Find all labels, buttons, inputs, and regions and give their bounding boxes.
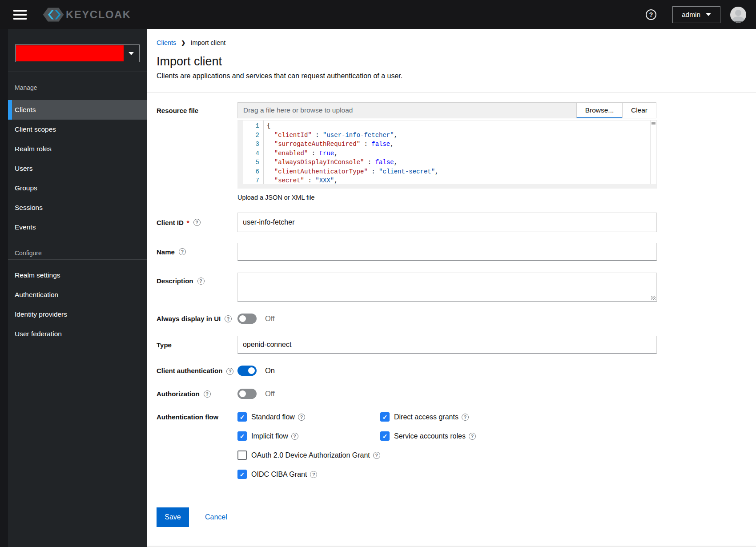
description-input[interactable] [237,273,657,302]
client-authentication-state: On [265,366,275,375]
browse-button[interactable]: Browse... [576,102,623,118]
user-menu-dropdown[interactable]: admin [672,6,720,23]
main-content: Clients❯Import client Import client Clie… [147,29,756,547]
code-line-number: 1 [243,121,259,131]
checkbox-label: OAuth 2.0 Device Authorization Grant [251,451,370,459]
required-indicator: * [187,219,189,226]
scrollbar-thumb[interactable] [651,122,655,125]
sidebar-item-authentication[interactable]: Authentication [8,285,147,305]
client-authentication-label: Client authentication ? [157,364,237,375]
checkbox-item-oidc-ciba-grant: ✓OIDC CIBA Grant? [237,470,380,479]
realm-selector[interactable] [15,44,140,62]
form-actions: Save Cancel [157,507,657,527]
checkbox-standard-flow[interactable]: ✓ [237,412,247,422]
sidebar-item-identity-providers[interactable]: Identity providers [8,305,147,324]
checkbox-item-standard-flow: ✓Standard flow? [237,412,380,422]
type-label: Type [157,341,237,349]
checkbox-direct-access-grants[interactable]: ✓ [380,412,390,422]
help-icon[interactable]: ? [646,9,656,20]
breadcrumb: Clients❯Import client [157,39,756,46]
checkbox-item-oauth-2-0-device-authorization-grant: OAuth 2.0 Device Authorization Grant? [237,450,380,460]
sidebar-item-user-federation[interactable]: User federation [8,324,147,344]
checkbox-label: Service accounts roles [394,432,466,440]
help-icon[interactable]: ? [226,368,233,375]
code-line-number: 6 [243,167,259,177]
checkbox-service-accounts-roles[interactable]: ✓ [380,431,390,441]
help-icon[interactable]: ? [225,315,232,322]
cancel-button[interactable]: Cancel [205,513,227,521]
sidebar-item-events[interactable]: Events [8,217,147,237]
checkbox-oidc-ciba-grant[interactable]: ✓ [237,470,247,479]
divider [147,93,756,93]
checkbox-oauth-2-0-device-authorization-grant[interactable] [237,450,247,460]
masthead: KEYCLOAK ? admin [0,0,756,29]
checkbox-label: Implicit flow [251,432,288,440]
name-input[interactable] [237,243,657,261]
help-icon[interactable]: ? [310,471,317,478]
checkbox-label: OIDC CIBA Grant [251,471,307,479]
authorization-toggle[interactable] [237,389,257,399]
code-line: "clientAuthenticatorType" : "client-secr… [267,167,650,177]
checkbox-item-service-accounts-roles: ✓Service accounts roles? [380,431,657,441]
client-id-input[interactable] [237,213,657,232]
code-editor[interactable]: 1234567 { "clientId" : "user-info-fetche… [237,120,657,189]
help-icon[interactable]: ? [197,278,205,285]
code-line-number: 2 [243,131,259,140]
always-display-row: Always display in UI? Off [157,314,657,324]
checkbox-item-implicit-flow: ✓Implicit flow? [237,431,380,441]
side-nav: ManageClientsClient scopesRealm rolesUse… [8,72,147,344]
help-icon[interactable]: ? [462,414,469,421]
help-icon[interactable]: ? [179,248,186,255]
editor-scrollbar[interactable] [650,121,656,184]
realm-selector-area [8,29,147,62]
chevron-down-icon [706,13,711,16]
sidebar-item-sessions[interactable]: Sessions [8,198,147,217]
nav-section-title-manage: Manage [8,72,147,94]
help-icon[interactable]: ? [469,433,476,440]
type-row: Type [157,336,657,354]
breadcrumb-item-import-client: Import client [190,39,225,46]
breadcrumb-separator-icon: ❯ [181,40,185,46]
sidebar-item-groups[interactable]: Groups [8,178,147,198]
checkbox-implicit-flow[interactable]: ✓ [237,431,247,441]
sidebar-item-clients[interactable]: Clients [8,100,147,120]
keycloak-admin-console: KEYCLOAK ? admin ManageClientsClient sco… [0,0,756,547]
clear-button[interactable]: Clear [622,102,656,118]
breadcrumb-item-clients[interactable]: Clients [157,39,176,46]
checkbox-label: Direct access grants [394,413,458,421]
nav-toggle-icon[interactable] [13,10,27,20]
authentication-flow-options: ✓Standard flow?✓Direct access grants?✓Im… [237,412,657,479]
code-content: { "clientId" : "user-info-fetcher", "sur… [263,121,650,184]
page-subtitle: Clients are applications and services th… [157,72,756,80]
help-icon[interactable]: ? [204,390,211,398]
code-line-number: 5 [243,158,259,167]
upload-helper-text: Upload a JSON or XML file [237,194,657,201]
code-line: "enabled" : true, [267,149,650,158]
sidebar-item-users[interactable]: Users [8,159,147,178]
avatar [730,7,746,23]
help-icon[interactable]: ? [298,414,305,421]
sidebar-item-realm-settings[interactable]: Realm settings [8,265,147,285]
code-line-number: 3 [243,140,259,149]
help-icon[interactable]: ? [373,452,380,459]
always-display-toggle[interactable] [237,314,257,324]
help-icon[interactable]: ? [291,433,298,440]
file-upload-input[interactable] [237,102,577,118]
client-authentication-toggle[interactable] [237,366,257,376]
brand-text: KEYCLOAK [66,8,131,21]
always-display-state: Off [265,314,275,323]
authorization-label: Authorization? [157,390,237,398]
keycloak-logo[interactable]: KEYCLOAK [42,6,131,23]
description-row: Description? [157,273,657,302]
sidebar-item-realm-roles[interactable]: Realm roles [8,139,147,159]
help-icon[interactable]: ? [193,219,201,226]
name-row: Name? [157,243,657,261]
save-button[interactable]: Save [157,507,189,527]
authorization-row: Authorization? Off [157,389,657,399]
type-input[interactable] [237,336,657,354]
authorization-state: Off [265,390,275,398]
sidebar-item-client-scopes[interactable]: Client scopes [8,120,147,139]
description-label: Description? [157,273,237,285]
code-line: "alwaysDisplayInConsole" : false, [267,158,650,167]
code-line: "surrogateAuthRequired" : false, [267,140,650,149]
